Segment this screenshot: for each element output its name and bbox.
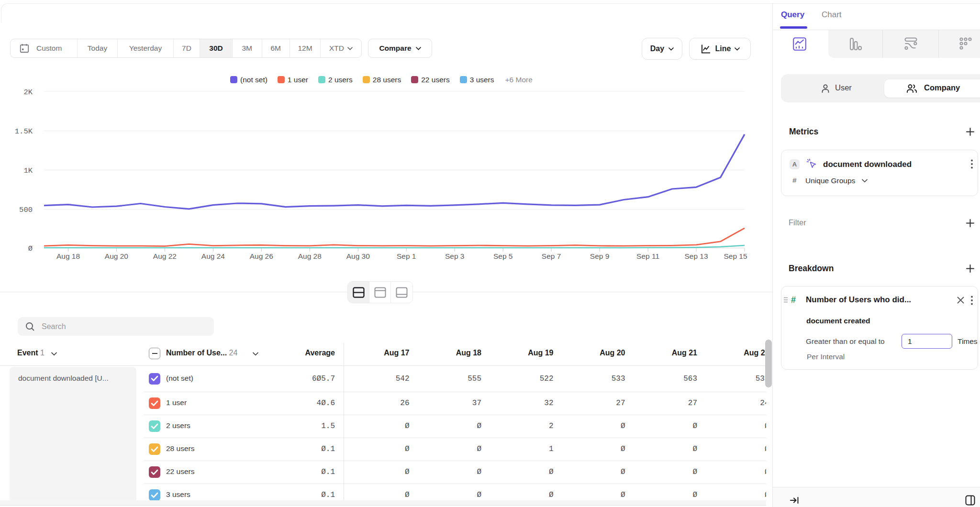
svg-text:Aug 28: Aug 28 [298, 252, 322, 260]
svg-text:500: 500 [19, 206, 33, 214]
svg-text:2K: 2K [23, 88, 33, 97]
svg-text:Sep 11: Sep 11 [636, 252, 659, 260]
svg-text:Sep 3: Sep 3 [445, 252, 465, 260]
svg-text:Sep 9: Sep 9 [590, 252, 610, 260]
svg-text:Sep 1: Sep 1 [397, 252, 416, 260]
svg-text:Sep 5: Sep 5 [493, 252, 513, 260]
svg-text:1K: 1K [23, 166, 33, 175]
svg-text:Aug 24: Aug 24 [201, 252, 225, 260]
svg-text:Sep 7: Sep 7 [542, 252, 561, 260]
svg-text:Sep 15: Sep 15 [724, 252, 747, 260]
svg-text:Aug 22: Aug 22 [153, 252, 177, 260]
svg-text:Aug 30: Aug 30 [346, 252, 370, 260]
svg-text:Aug 20: Aug 20 [105, 252, 129, 260]
svg-text:Ø: Ø [28, 244, 33, 253]
svg-text:Sep 13: Sep 13 [684, 252, 708, 260]
svg-text:Aug 26: Aug 26 [250, 252, 273, 260]
svg-text:Aug 18: Aug 18 [56, 252, 80, 260]
svg-text:1.5K: 1.5K [15, 127, 33, 136]
